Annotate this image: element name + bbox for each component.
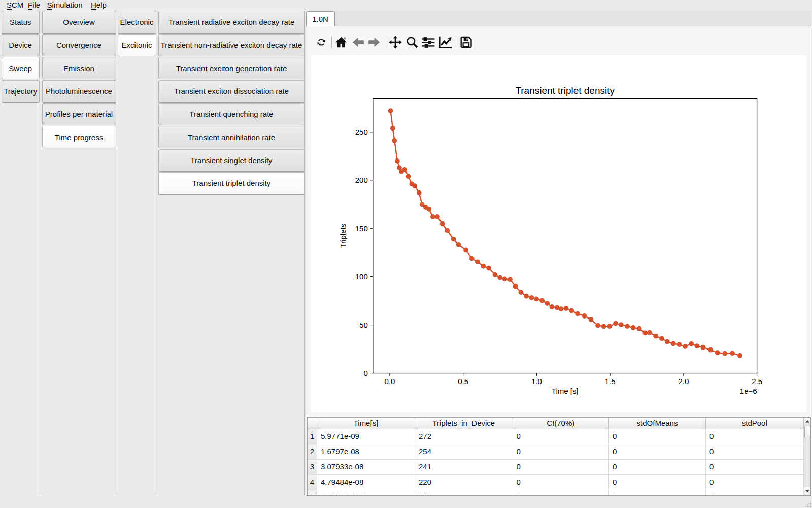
svg-text:0.0: 0.0 — [385, 377, 395, 386]
svg-text:0: 0 — [364, 369, 368, 377]
svg-text:0.5: 0.5 — [458, 377, 469, 386]
svg-text:150: 150 — [355, 224, 368, 233]
svg-text:1.5: 1.5 — [605, 377, 616, 386]
svg-text:250: 250 — [355, 128, 368, 136]
svg-text:2.0: 2.0 — [679, 377, 689, 386]
svg-text:50: 50 — [360, 321, 368, 329]
svg-text:Time [s]: Time [s] — [552, 387, 579, 395]
svg-text:100: 100 — [355, 272, 368, 281]
svg-text:Triplets: Triplets — [339, 224, 347, 248]
svg-text:1e−6: 1e−6 — [740, 387, 757, 395]
svg-text:200: 200 — [355, 176, 368, 184]
svg-text:1.0: 1.0 — [531, 377, 542, 386]
svg-text:2.5: 2.5 — [752, 377, 763, 386]
svg-text:Transient triplet density: Transient triplet density — [516, 85, 615, 96]
